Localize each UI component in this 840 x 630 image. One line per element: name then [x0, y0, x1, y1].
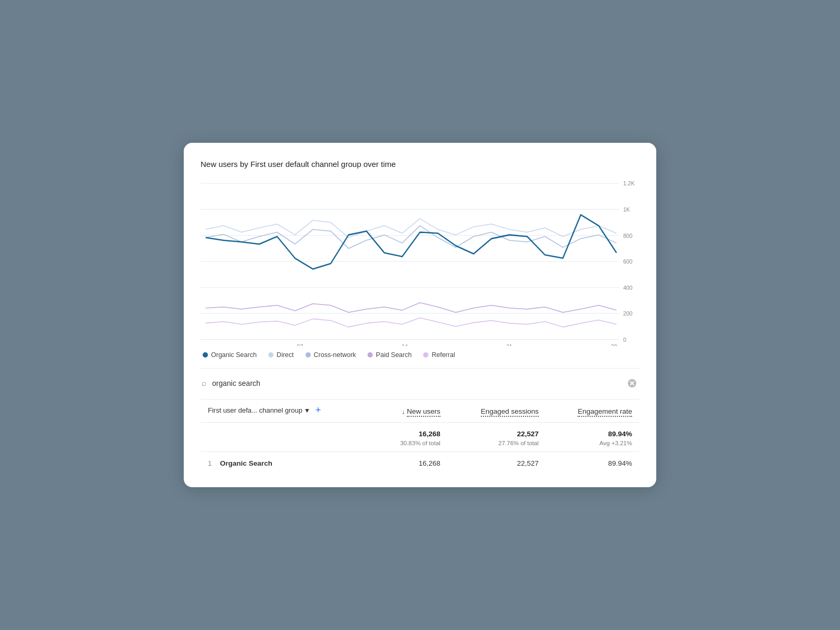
subtotal-engaged-sessions-pct: 27.76% of total	[448, 440, 546, 452]
total-new-users: 16,268	[373, 423, 448, 440]
search-input[interactable]	[212, 379, 621, 387]
col-engagement-rate: Engagement rate	[546, 400, 639, 423]
row-engaged-sessions: 22,527	[448, 452, 546, 475]
legend-dot-direct	[268, 352, 274, 358]
legend-dot-organic	[203, 352, 208, 358]
subtotal-new-users-pct: 30.83% of total	[373, 440, 448, 452]
sort-down-icon: ↓	[402, 408, 405, 416]
search-row: ⌕	[201, 377, 639, 390]
svg-text:28: 28	[611, 343, 617, 346]
data-table: First user defa... channel group ▼ + ↓ N…	[201, 399, 639, 475]
col-engaged-sessions: Engaged sessions	[448, 400, 546, 423]
chart-area: 1.2K 1K 800 600 400 200 0 07 May 14 21 2…	[201, 178, 639, 346]
chart-table-divider	[201, 368, 639, 369]
col3-label: Engaged sessions	[481, 407, 539, 417]
legend-dot-cross	[306, 352, 311, 358]
legend-label-direct: Direct	[277, 351, 294, 359]
legend-dot-referral	[423, 352, 428, 358]
col-channel-group: First user defa... channel group ▼ +	[201, 400, 373, 423]
svg-text:14: 14	[402, 343, 408, 346]
legend-paid-search: Paid Search	[368, 351, 412, 359]
svg-text:1.2K: 1.2K	[623, 180, 635, 186]
svg-text:600: 600	[623, 258, 633, 265]
total-engaged-sessions: 22,527	[448, 423, 546, 440]
legend-referral: Referral	[423, 351, 455, 359]
close-circle-icon	[627, 379, 637, 388]
legend-cross-network: Cross-network	[306, 351, 356, 359]
add-filter-button[interactable]: +	[316, 405, 321, 416]
row-new-users: 16,268	[373, 452, 448, 475]
subtotals-row: 30.83% of total 27.76% of total Avg +3.2…	[201, 440, 639, 452]
legend-direct: Direct	[268, 351, 294, 359]
subtotals-label	[201, 440, 373, 452]
svg-text:0: 0	[623, 336, 626, 342]
search-icon: ⌕	[202, 379, 207, 388]
col4-label: Engagement rate	[578, 407, 632, 417]
table-row: 1 Organic Search 16,268 22,527 89.94%	[201, 452, 639, 475]
row-channel: 1 Organic Search	[201, 452, 373, 475]
col2-label: New users	[407, 407, 440, 417]
subtotal-engagement-rate-avg: Avg +3.21%	[546, 440, 639, 452]
clear-search-button[interactable]	[626, 377, 638, 390]
chart-svg: 1.2K 1K 800 600 400 200 0 07 May 14 21 2…	[201, 178, 639, 346]
svg-text:800: 800	[623, 232, 633, 238]
legend-label-organic: Organic Search	[211, 351, 257, 359]
main-card: New users by First user default channel …	[184, 143, 656, 487]
total-engagement-rate: 89.94%	[546, 423, 639, 440]
chart-legend: Organic Search Direct Cross-network Paid…	[201, 351, 639, 359]
col-new-users: ↓ New users	[373, 400, 448, 423]
row-name: Organic Search	[220, 459, 272, 467]
dropdown-arrow-icon: ▼	[304, 407, 310, 414]
legend-label-cross: Cross-network	[314, 351, 356, 359]
totals-label	[201, 423, 373, 440]
totals-row: 16,268 22,527 89.94%	[201, 423, 639, 440]
svg-text:21: 21	[506, 343, 512, 346]
svg-text:1K: 1K	[623, 206, 631, 213]
svg-text:07: 07	[297, 343, 303, 346]
svg-text:400: 400	[623, 284, 633, 290]
legend-organic-search: Organic Search	[203, 351, 257, 359]
row-engagement-rate: 89.94%	[546, 452, 639, 475]
legend-label-referral: Referral	[432, 351, 455, 359]
row-rank: 1	[208, 459, 212, 467]
channel-group-filter[interactable]: First user defa... channel group ▼	[208, 406, 310, 414]
svg-text:200: 200	[623, 310, 633, 317]
chart-title: New users by First user default channel …	[201, 160, 639, 169]
legend-dot-paid	[368, 352, 373, 358]
legend-label-paid: Paid Search	[376, 351, 412, 359]
col1-label: First user defa... channel group	[208, 406, 302, 414]
